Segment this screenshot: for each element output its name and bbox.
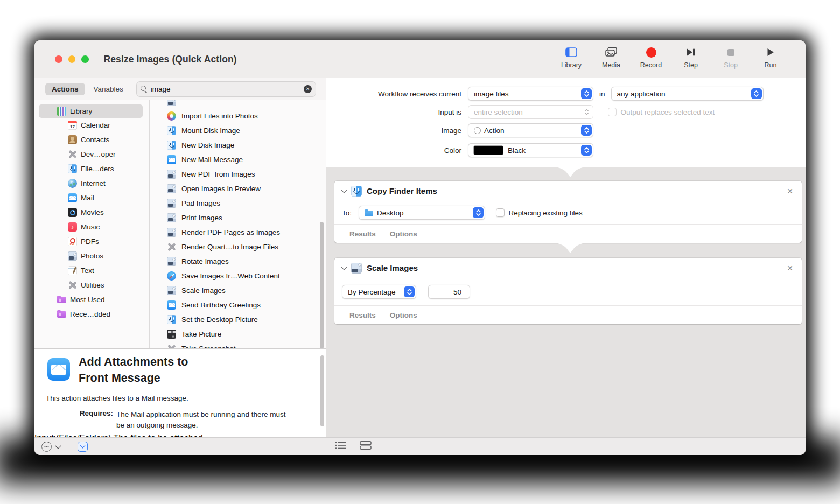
clear-search-icon[interactable]: ✕ xyxy=(304,85,312,93)
image-select[interactable]: Action xyxy=(468,123,593,137)
close-window-button[interactable] xyxy=(55,55,62,63)
run-icon xyxy=(766,45,775,60)
action-pad-images[interactable]: Pad Images xyxy=(150,196,326,211)
preview-icon xyxy=(351,263,362,274)
mail-icon xyxy=(47,358,70,381)
photos-thumbnail-icon xyxy=(68,251,77,261)
panel-view-icon[interactable] xyxy=(360,441,372,452)
folder-icon xyxy=(365,208,373,217)
tab-variables[interactable]: Variables xyxy=(87,83,130,95)
replacing-existing-files-checkbox[interactable] xyxy=(496,208,505,217)
action-new-disk-image[interactable]: New Disk Image xyxy=(150,138,326,152)
action-open-images-in-preview[interactable]: Open Images in Preview xyxy=(150,181,326,196)
chevron-down-icon[interactable] xyxy=(55,443,61,449)
sidebar-item-photos[interactable]: Photos xyxy=(34,249,149,263)
sidebar-item-contacts[interactable]: Contacts xyxy=(34,132,149,147)
camera-icon xyxy=(167,330,176,339)
action-new-mail-message[interactable]: New Mail Message xyxy=(150,152,326,167)
sidebar-item-movies[interactable]: Movies xyxy=(34,205,149,220)
action-scale-images[interactable]: Scale Images xyxy=(150,283,326,298)
action-render-pdf-pages-as-images[interactable]: Render PDF Pages as Images xyxy=(150,225,326,240)
library-toggle-button[interactable]: Library xyxy=(551,45,591,69)
action-send-birthday-greetings[interactable]: Send Birthday Greetings xyxy=(150,298,326,312)
remove-action-icon[interactable]: ✕ xyxy=(787,264,793,272)
scale-percentage-input[interactable]: 50 xyxy=(428,285,470,299)
description-toggle-icon[interactable] xyxy=(78,442,88,452)
sidebar-item-calendar[interactable]: Calendar xyxy=(34,118,149,132)
sidebar-item-most-used[interactable]: Most Used xyxy=(34,292,149,307)
list-view-icon[interactable] xyxy=(335,441,347,452)
finder-icon xyxy=(68,164,77,173)
stop-icon xyxy=(727,49,734,56)
sidebar-item-internet[interactable]: Internet xyxy=(34,176,149,191)
preview-icon xyxy=(167,184,176,193)
scale-mode-select[interactable]: By Percentage xyxy=(342,285,416,299)
action-import-files-into-photos[interactable]: Import Files into Photos xyxy=(150,109,326,123)
list-item-partial xyxy=(150,100,326,109)
action-take-picture[interactable]: Take Picture xyxy=(150,327,326,341)
action-mount-disk-image[interactable]: Mount Disk Image xyxy=(150,123,326,138)
action-rotate-images[interactable]: Rotate Images xyxy=(150,254,326,269)
stop-button[interactable]: Stop xyxy=(711,45,751,69)
tab-actions[interactable]: Actions xyxy=(45,83,85,95)
output-replaces-checkbox xyxy=(608,108,617,116)
media-button[interactable]: Media xyxy=(591,45,631,69)
action-render-quartz-to-image-files[interactable]: Render Quart…to Image Files xyxy=(150,240,326,254)
sidebar-item-files-folders[interactable]: File…ders xyxy=(34,162,149,176)
stepper-icon xyxy=(473,207,484,218)
library-icon xyxy=(57,107,66,116)
record-button[interactable]: Record xyxy=(631,45,671,69)
collapse-chevron-icon[interactable] xyxy=(341,187,347,193)
search-input[interactable]: image ✕ xyxy=(136,81,316,97)
finder-icon xyxy=(351,186,362,197)
destination-folder-select[interactable]: Desktop xyxy=(359,206,485,220)
utilities-tools-icon xyxy=(167,242,176,251)
action-new-pdf-from-images[interactable]: New PDF from Images xyxy=(150,167,326,181)
action-take-screenshot[interactable]: Take Screenshot xyxy=(150,341,326,348)
stepper-icon xyxy=(404,286,415,297)
requires-label: Requires: xyxy=(34,409,113,431)
action-save-images-from-web-content[interactable]: Save Images fr…Web Content xyxy=(150,269,326,283)
requires-text: The Mail application must be running and… xyxy=(116,409,289,431)
more-options-icon[interactable] xyxy=(41,442,52,452)
sidebar-item-music[interactable]: Music xyxy=(34,220,149,234)
sidebar-item-recently-added[interactable]: Rece…dded xyxy=(34,307,149,321)
utilities-tools-icon xyxy=(167,344,176,348)
mail-icon xyxy=(167,300,176,310)
sidebar-item-mail[interactable]: Mail xyxy=(34,191,149,205)
preview-icon xyxy=(167,213,176,222)
mail-icon xyxy=(167,155,176,164)
collapse-chevron-icon[interactable] xyxy=(341,264,347,270)
action-set-the-desktop-picture[interactable]: Set the Desktop Picture xyxy=(150,312,326,327)
developer-tools-icon xyxy=(68,150,77,159)
safari-icon xyxy=(167,271,176,281)
workflow-input-type-select[interactable]: image files xyxy=(468,87,593,101)
calendar-icon xyxy=(68,121,77,130)
sidebar-item-developer[interactable]: Dev…oper xyxy=(34,147,149,162)
color-swatch-black xyxy=(474,146,503,155)
sidebar-item-utilities[interactable]: Utilities xyxy=(34,278,149,292)
zoom-window-button[interactable] xyxy=(81,55,89,63)
preview-icon xyxy=(167,199,176,208)
workflow-application-select[interactable]: any application xyxy=(611,87,764,101)
sidebar-item-pdfs[interactable]: PDFs xyxy=(34,234,149,249)
finder-icon xyxy=(167,141,176,150)
options-button[interactable]: Options xyxy=(390,230,417,238)
minimize-window-button[interactable] xyxy=(68,55,76,63)
sidebar-item-text[interactable]: Text xyxy=(34,263,149,278)
image-label: Image xyxy=(326,127,461,135)
color-select[interactable]: Black xyxy=(468,143,593,157)
step-button[interactable]: Step xyxy=(671,45,711,69)
photos-app-icon xyxy=(167,111,176,121)
description-scrollbar[interactable] xyxy=(320,355,324,426)
remove-action-icon[interactable]: ✕ xyxy=(787,187,793,195)
results-button[interactable]: Results xyxy=(349,230,376,238)
results-button[interactable]: Results xyxy=(349,311,376,319)
action-list-scrollbar[interactable] xyxy=(320,222,324,349)
sidebar-item-library[interactable]: Library xyxy=(39,104,143,118)
title-bar: Resize Images (Quick Action) Library Med… xyxy=(34,40,806,79)
action-print-images[interactable]: Print Images xyxy=(150,211,326,225)
stepper-icon xyxy=(751,88,762,99)
options-button[interactable]: Options xyxy=(390,311,417,319)
run-button[interactable]: Run xyxy=(751,45,790,69)
